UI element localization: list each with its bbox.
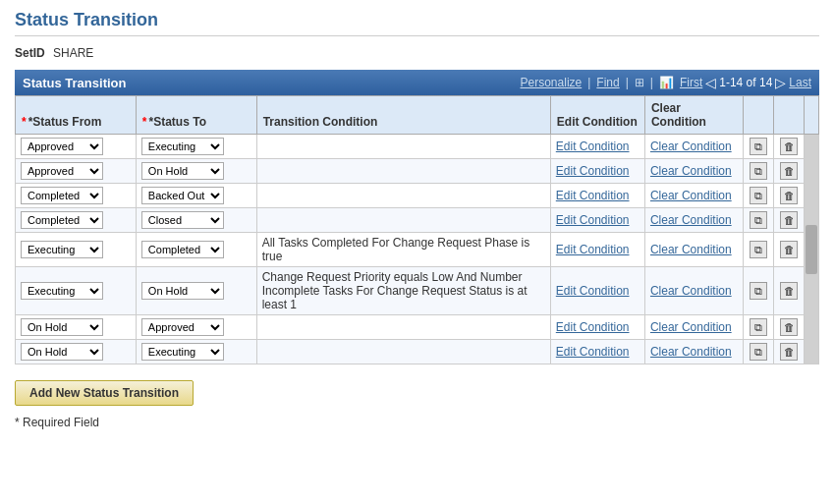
copy-row-button[interactable]: ⧉: [750, 343, 767, 361]
status-from-select[interactable]: ApprovedBacked OutClosedCompletedExecuti…: [21, 162, 103, 180]
col-copy: [744, 96, 774, 135]
delete-row-button[interactable]: 🗑: [780, 211, 798, 229]
view-icon[interactable]: ⊞: [635, 76, 644, 89]
clear-condition-link[interactable]: Clear Condition: [650, 213, 732, 227]
condition-text: Change Request Priority equals Low And N…: [256, 267, 550, 315]
delete-row-button[interactable]: 🗑: [780, 187, 798, 204]
edit-condition-link[interactable]: Edit Condition: [556, 213, 630, 227]
add-button-container: Add New Status Transition: [15, 372, 819, 406]
grid-controls: Personalize | Find | ⊞ | 📊 First ◁ 1-14 …: [521, 75, 811, 90]
clear-condition-link[interactable]: Clear Condition: [650, 189, 732, 202]
pagination-text: 1-14 of 14: [719, 76, 772, 89]
copy-row-button[interactable]: ⧉: [750, 211, 767, 229]
copy-row-button[interactable]: ⧉: [750, 187, 767, 204]
copy-row-button[interactable]: ⧉: [750, 241, 767, 258]
grid-title: Status Transition: [23, 76, 126, 90]
condition-text: All Tasks Completed For Change Request P…: [256, 233, 550, 267]
condition-text: [256, 135, 550, 159]
status-transition-table: *Status From *Status To Transition Condi…: [15, 95, 819, 364]
col-status-to: *Status To: [136, 96, 256, 135]
edit-condition-link[interactable]: Edit Condition: [556, 189, 630, 202]
status-to-select[interactable]: ApprovedBacked OutClosedCompletedExecuti…: [141, 282, 224, 300]
col-status-from: *Status From: [16, 96, 137, 135]
edit-condition-link[interactable]: Edit Condition: [556, 140, 630, 153]
condition-text: [256, 159, 550, 184]
copy-row-button[interactable]: ⧉: [750, 162, 767, 180]
col-clear-condition: Clear Condition: [644, 96, 743, 135]
col-delete: [774, 96, 805, 135]
page-container: Status Transition SetID SHARE Status Tra…: [0, 0, 834, 439]
condition-text: [256, 184, 550, 208]
status-from-select[interactable]: ApprovedBacked OutClosedCompletedExecuti…: [21, 138, 103, 155]
edit-condition-link[interactable]: Edit Condition: [556, 345, 630, 359]
add-new-status-transition-button[interactable]: Add New Status Transition: [15, 380, 194, 406]
clear-condition-link[interactable]: Clear Condition: [650, 140, 732, 153]
delete-row-button[interactable]: 🗑: [780, 241, 798, 258]
condition-text: [256, 208, 550, 233]
condition-text: [256, 340, 550, 364]
delete-row-button[interactable]: 🗑: [780, 138, 798, 155]
setid-label: SetID: [15, 46, 45, 60]
status-to-select[interactable]: ApprovedBacked OutClosedCompletedExecuti…: [141, 162, 224, 180]
status-to-select[interactable]: ApprovedBacked OutClosedCompletedExecuti…: [141, 343, 224, 361]
edit-condition-link[interactable]: Edit Condition: [556, 284, 630, 298]
delete-row-button[interactable]: 🗑: [780, 343, 798, 361]
delete-row-button[interactable]: 🗑: [780, 318, 798, 336]
prev-btn[interactable]: ◁: [705, 75, 716, 90]
status-from-select[interactable]: ApprovedBacked OutClosedCompletedExecuti…: [21, 211, 103, 229]
col-transition-condition: Transition Condition: [256, 96, 550, 135]
edit-condition-link[interactable]: Edit Condition: [556, 164, 630, 178]
delete-row-button[interactable]: 🗑: [780, 162, 798, 180]
page-title: Status Transition: [15, 10, 819, 36]
clear-condition-link[interactable]: Clear Condition: [650, 284, 732, 298]
status-to-select[interactable]: ApprovedBacked OutClosedCompletedExecuti…: [141, 187, 224, 204]
clear-condition-link[interactable]: Clear Condition: [650, 345, 732, 359]
status-from-select[interactable]: ApprovedBacked OutClosedCompletedExecuti…: [21, 318, 103, 336]
clear-condition-link[interactable]: Clear Condition: [650, 320, 732, 334]
status-to-select[interactable]: ApprovedBacked OutClosedCompletedExecuti…: [141, 241, 224, 258]
status-to-select[interactable]: ApprovedBacked OutClosedCompletedExecuti…: [141, 211, 224, 229]
last-link[interactable]: Last: [789, 76, 811, 89]
clear-condition-link[interactable]: Clear Condition: [650, 164, 732, 178]
status-from-select[interactable]: ApprovedBacked OutClosedCompletedExecuti…: [21, 241, 103, 258]
pagination: First ◁ 1-14 of 14 ▷ Last: [680, 75, 811, 90]
next-btn[interactable]: ▷: [775, 75, 786, 90]
copy-row-button[interactable]: ⧉: [750, 138, 767, 155]
first-link[interactable]: First: [680, 76, 702, 89]
copy-row-button[interactable]: ⧉: [750, 318, 767, 336]
status-from-select[interactable]: ApprovedBacked OutClosedCompletedExecuti…: [21, 187, 103, 204]
edit-condition-link[interactable]: Edit Condition: [556, 243, 630, 256]
col-edit-condition: Edit Condition: [550, 96, 644, 135]
edit-condition-link[interactable]: Edit Condition: [556, 320, 630, 334]
grid-header-bar: Status Transition Personalize | Find | ⊞…: [15, 70, 819, 95]
status-from-select[interactable]: ApprovedBacked OutClosedCompletedExecuti…: [21, 343, 103, 361]
setid-row: SetID SHARE: [15, 46, 819, 60]
status-from-select[interactable]: ApprovedBacked OutClosedCompletedExecuti…: [21, 282, 103, 300]
grid-wrapper: Status Transition Personalize | Find | ⊞…: [15, 70, 819, 406]
col-scroll: [804, 96, 818, 135]
condition-text: [256, 315, 550, 340]
setid-value: SHARE: [53, 46, 93, 60]
personalize-link[interactable]: Personalize: [521, 76, 583, 89]
status-to-select[interactable]: ApprovedBacked OutClosedCompletedExecuti…: [141, 138, 224, 155]
required-note: * Required Field: [15, 416, 819, 429]
status-to-select[interactable]: ApprovedBacked OutClosedCompletedExecuti…: [141, 318, 224, 336]
find-link[interactable]: Find: [596, 76, 619, 89]
delete-row-button[interactable]: 🗑: [780, 282, 798, 300]
copy-row-button[interactable]: ⧉: [750, 282, 767, 300]
chart-icon[interactable]: 📊: [659, 76, 674, 89]
clear-condition-link[interactable]: Clear Condition: [650, 243, 732, 256]
